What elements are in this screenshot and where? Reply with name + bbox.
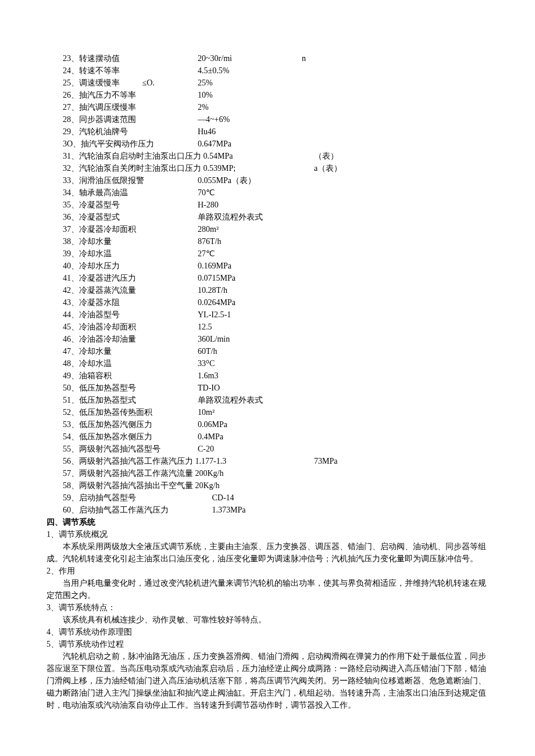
spec-row: 24、转速不等率4.5±0.5% (47, 65, 488, 77)
spec-row: 37、冷凝器冷却面积280m² (47, 223, 488, 235)
spec-row: 55、两级射汽器抽汽器型号C-20 (47, 443, 488, 455)
item-1-body: 本系统采用两级放大全液压式调节系统，主要由主油泵、压力变换器、调压器、错油门、启… (47, 540, 488, 565)
spec-label: 25、调速缓慢率 ≤O. (47, 77, 198, 89)
spec-label: 47、冷却水量 (47, 345, 198, 357)
spec-value: 25% (198, 77, 213, 89)
spec-row: 31、汽轮油泵自启动时主油泵出口压力 0.54MPa（表） (47, 150, 488, 162)
spec-row: 33、润滑油压低限报警0.055MPa（表） (47, 174, 488, 187)
spec-label: 33、润滑油压低限报警 (47, 174, 198, 187)
spec-label: 29、汽轮机油牌号 (47, 126, 198, 138)
spec-label: 50、低压加热器型号 (47, 382, 198, 394)
spec-row: 36、冷凝器型式单路双流程外表式 (47, 211, 488, 223)
spec-value: 27℃ (198, 248, 215, 260)
spec-value: H-280 (198, 199, 219, 211)
spec-row: 48、冷却水温33⁰C (47, 357, 488, 370)
spec-extra: a（表） (314, 162, 342, 174)
spec-row: 25、调速缓慢率 ≤O.25% (47, 77, 488, 89)
spec-row: 27、抽汽调压缓慢率2% (47, 101, 488, 113)
spec-value: 0.647MPa (198, 138, 231, 150)
spec-row: 56、两级射汽器抽汽器工作蒸汽压力 1.177-1.373MPa (47, 455, 488, 467)
spec-row: 38、冷却水量876T/h (47, 235, 488, 248)
spec-value: 60T/h (198, 345, 217, 357)
spec-label: 36、冷凝器型式 (47, 211, 198, 223)
spec-label: 32、汽轮油泵自关闭时主油泵出口压力 0.539MP; (47, 162, 244, 174)
spec-row: 28、同步器调速范围—4~+6% (47, 113, 488, 126)
spec-value: TD-IO (198, 382, 220, 394)
spec-label: 24、转速不等率 (47, 65, 198, 77)
spec-value: 10% (198, 89, 213, 101)
spec-value: 876T/h (198, 235, 221, 248)
spec-row: 44、冷油器型号YL-I2.5-1 (47, 309, 488, 321)
spec-value: 280m² (198, 223, 219, 235)
spec-label: 59、启动抽气器型号 (47, 492, 198, 504)
spec-row: 39、冷却水温27℃ (47, 248, 488, 260)
spec-value: 0.0715MPa (198, 272, 236, 284)
spec-row: 57、两级射汽器抽汽器工作蒸汽流量 200Kg/h (47, 467, 488, 479)
spec-value: YL-I2.5-1 (198, 309, 231, 321)
spec-value: 20~30r/mi (198, 52, 232, 65)
spec-label: 44、冷油器型号 (47, 309, 198, 321)
spec-row: 49、油箱容积1.6m3 (47, 370, 488, 382)
spec-value: 1.373MPa (198, 504, 245, 516)
spec-label: 34、轴承最高油温 (47, 187, 198, 199)
spec-label: 48、冷却水温 (47, 357, 198, 370)
spec-label: 57、两级射汽器抽汽器工作蒸汽流量 200Kg/h (47, 467, 244, 479)
section-4-title: 四、调节系统 (47, 516, 488, 528)
spec-row: 60、启动抽气器工作蒸汽压力 1.373MPa (47, 504, 488, 516)
spec-row: 26、抽汽压力不等率10% (47, 89, 488, 101)
item-5-title: 5、调节系统动作过程 (47, 638, 488, 650)
spec-label: 51、低压加热器型式 (47, 394, 198, 406)
spec-value: 70℃ (198, 187, 215, 199)
spec-value: 33⁰C (198, 357, 215, 370)
spec-label: 28、同步器调速范围 (47, 113, 198, 126)
item-1-title: 1、调节系统概况 (47, 528, 488, 540)
spec-value: —4~+6% (198, 113, 230, 126)
spec-row: 58、两级射汽器抽汽器抽出干空气量 20Kg/h (47, 479, 488, 492)
spec-extra: （表） (314, 150, 338, 162)
item-2-body: 当用户耗电量变化时，通过改变汽轮机进汽量来调节汽轮机的输出功率，使其与界负荷相适… (47, 577, 488, 601)
spec-row: 35、冷凝器型号H-280 (47, 199, 488, 211)
spec-label: 41、冷凝器进汽压力 (47, 272, 198, 284)
spec-row: 46、冷油器冷却油量360L/min (47, 333, 488, 345)
spec-row: 42、冷凝器蒸汽流量10.28T/h (47, 284, 488, 296)
item-4-title: 4、调节系统动作原理图 (47, 626, 488, 638)
spec-row: 41、冷凝器进汽压力0.0715MPa (47, 272, 488, 284)
spec-row: 34、轴承最高油温70℃ (47, 187, 488, 199)
spec-label: 39、冷却水温 (47, 248, 198, 260)
spec-value: 1.6m3 (198, 370, 218, 382)
spec-row: 51、低压加热器型式单路双流程外表式 (47, 394, 488, 406)
spec-label: 45、冷油器冷却面积 (47, 321, 198, 333)
spec-label: 49、油箱容积 (47, 370, 198, 382)
spec-label: 52、低压加热器传热面积 (47, 406, 198, 418)
spec-label: 55、两级射汽器抽汽器型号 (47, 443, 198, 455)
spec-label: 60、启动抽气器工作蒸汽压力 (47, 504, 198, 516)
spec-label: 53、低压加热器汽侧压力 (47, 418, 198, 431)
spec-row: 50、低压加热器型号TD-IO (47, 382, 488, 394)
spec-label: 26、抽汽压力不等率 (47, 89, 198, 101)
spec-row: 29、汽轮机油牌号Hu46 (47, 126, 488, 138)
spec-label: 31、汽轮油泵自启动时主油泵出口压力 0.54MPa (47, 150, 244, 162)
spec-row: 32、汽轮油泵自关闭时主油泵出口压力 0.539MP;a（表） (47, 162, 488, 174)
spec-value: 2% (198, 101, 209, 113)
spec-row: 52、低压加热器传热面积10m² (47, 406, 488, 418)
spec-row: 45、冷油器冷却面积12.5 (47, 321, 488, 333)
spec-label: 42、冷凝器蒸汽流量 (47, 284, 198, 296)
spec-row: 40、冷却水压力0.169MPa (47, 260, 488, 272)
spec-label: 38、冷却水量 (47, 235, 198, 248)
spec-label: 56、两级射汽器抽汽器工作蒸汽压力 1.177-1.3 (47, 455, 244, 467)
spec-label: 43、冷凝器水阻 (47, 296, 198, 309)
spec-label: 40、冷却水压力 (47, 260, 198, 272)
spec-label: 54、低压加热器水侧压力 (47, 431, 198, 443)
item-5-body: 汽轮机启动之前，脉冲油路无油压，压力变换器滑阀、错油门滑阀，启动阀滑阀在弹簧力的… (47, 650, 488, 711)
spec-label: 23、转速摆动值 (47, 52, 198, 65)
spec-row: 53、低压加热器汽侧压力0.06MPa (47, 418, 488, 431)
spec-row: 47、冷却水量60T/h (47, 345, 488, 357)
spec-extra: n (302, 52, 306, 65)
spec-value: 12.5 (198, 321, 212, 333)
spec-value: CD-14 (198, 492, 234, 504)
spec-value: 10m² (198, 406, 215, 418)
spec-label: 58、两级射汽器抽汽器抽出干空气量 20Kg/h (47, 479, 244, 492)
spec-value: C-20 (198, 443, 214, 455)
spec-row: 59、启动抽气器型号 CD-14 (47, 492, 488, 504)
spec-value: 4.5±0.5% (198, 65, 229, 77)
